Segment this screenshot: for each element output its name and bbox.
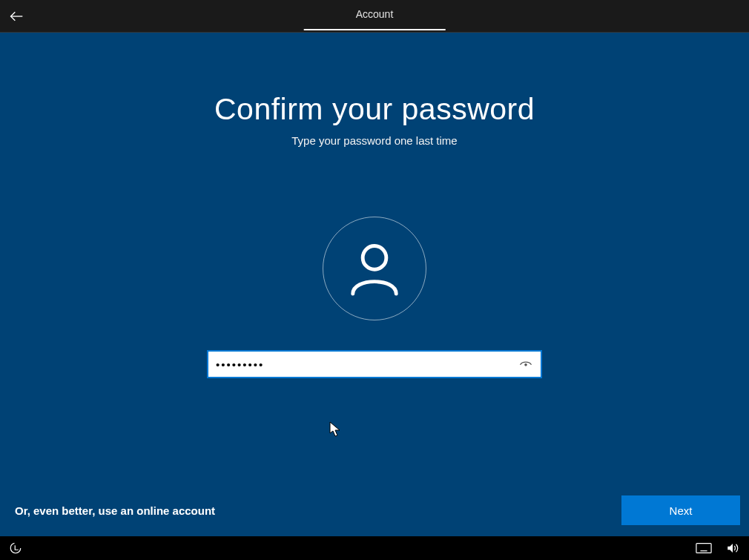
mouse-cursor-icon [329,421,341,438]
volume-button[interactable] [725,541,740,555]
next-button[interactable]: Next [621,495,740,525]
system-tray-bar [0,536,749,560]
user-icon [346,240,403,297]
svg-point-4 [10,543,21,553]
volume-icon [725,541,740,555]
password-input[interactable] [208,352,511,377]
on-screen-keyboard-button[interactable] [696,542,712,554]
svg-marker-3 [330,422,340,436]
use-online-account-link[interactable]: Or, even better, use an online account [9,504,215,517]
avatar [323,217,426,320]
password-reveal-button[interactable] [511,352,541,377]
main-panel: Confirm your password Type your password… [0,33,749,536]
password-reveal-icon [518,357,533,372]
svg-point-1 [363,246,386,270]
password-field-container [207,350,542,378]
svg-point-2 [525,364,527,366]
title-bar: Account [0,0,749,33]
page-title: Confirm your password [0,92,749,127]
svg-marker-15 [727,544,733,553]
accessibility-button[interactable] [9,541,22,555]
svg-rect-5 [696,544,711,553]
keyboard-icon [696,542,712,554]
back-button[interactable] [0,0,33,33]
page-subtitle: Type your password one last time [0,134,749,147]
footer-row: Or, even better, use an online account N… [0,484,749,536]
back-arrow-icon [9,9,24,24]
accessibility-icon [9,541,22,555]
step-indicator: Account [304,0,446,30]
